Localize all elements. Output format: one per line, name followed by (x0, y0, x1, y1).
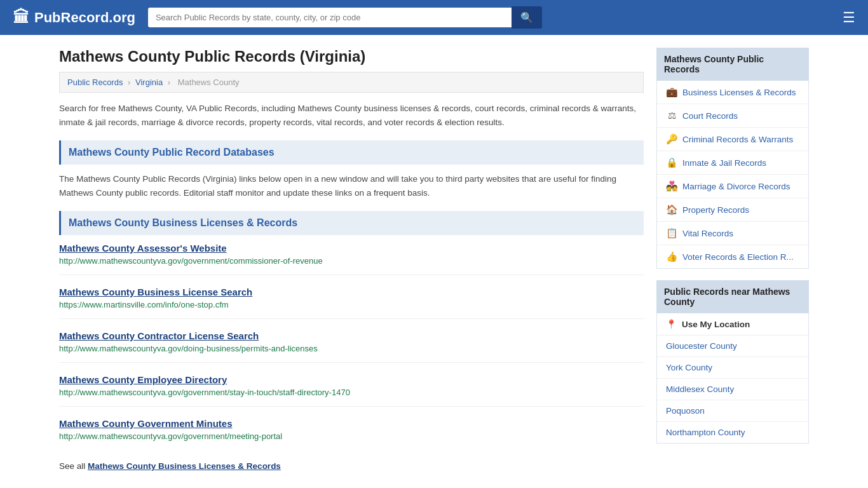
record-url-4[interactable]: http://www.mathewscountyva.gov/governmen… (59, 431, 282, 441)
sidebar-nav-label-2: Criminal Records & Warrants (682, 135, 793, 144)
record-url-3[interactable]: http://www.mathewscountyva.gov/governmen… (59, 388, 350, 397)
building-icon: 🏛 (13, 8, 29, 27)
record-title-3[interactable]: Mathews County Employee Directory (59, 374, 644, 385)
main-content: Mathews County Public Records (Virginia)… (59, 48, 644, 471)
record-title-4[interactable]: Mathews County Government Minutes (59, 418, 644, 429)
page-title: Mathews County Public Records (Virginia) (59, 48, 644, 65)
record-entry: Mathews County Employee Directory http:/… (59, 374, 644, 407)
search-button[interactable]: 🔍 (512, 6, 542, 29)
sidebar-nav-label-5: Property Records (682, 205, 749, 215)
breadcrumb: Public Records › Virginia › Mathews Coun… (59, 72, 644, 93)
sidebar-nav-label-4: Marriage & Divorce Records (682, 182, 790, 191)
record-title-2[interactable]: Mathews County Contractor License Search (59, 330, 644, 341)
nearby-label-4: Poquoson (666, 406, 705, 416)
sidebar-nav-item-4[interactable]: 💑Marriage & Divorce Records (657, 175, 808, 198)
databases-heading: Mathews County Public Record Databases (59, 140, 644, 165)
nearby-label-3: Middlesex County (666, 384, 734, 394)
nearby-nav-item-3[interactable]: Middlesex County (657, 379, 808, 400)
sidebar-nav-item-1[interactable]: ⚖Court Records (657, 104, 808, 128)
record-title-0[interactable]: Mathews County Assessor's Website (59, 243, 644, 254)
page-description: Search for free Mathews County, VA Publi… (59, 102, 644, 129)
nearby-nav-item-2[interactable]: York County (657, 357, 808, 379)
breadcrumb-virginia[interactable]: Virginia (135, 78, 163, 87)
record-entry: Mathews County Contractor License Search… (59, 330, 644, 363)
breadcrumb-public-records[interactable]: Public Records (67, 78, 123, 87)
nearby-nav: 📍Use My LocationGloucester CountyYork Co… (656, 313, 809, 444)
sidebar-section-title: Mathews County Public Records (656, 48, 809, 81)
sidebar-nav-icon-4: 💑 (666, 180, 677, 192)
sidebar: Mathews County Public Records 💼Business … (656, 48, 809, 471)
sidebar-nav-item-2[interactable]: 🔑Criminal Records & Warrants (657, 128, 808, 151)
nearby-nav-item-4[interactable]: Poquoson (657, 400, 808, 422)
record-title-1[interactable]: Mathews County Business License Search (59, 287, 644, 297)
nearby-label-1: Gloucester County (666, 341, 737, 351)
location-icon: 📍 (666, 319, 677, 329)
sidebar-nav-item-3[interactable]: 🔒Inmate & Jail Records (657, 151, 808, 175)
nearby-label-2: York County (666, 363, 712, 372)
record-url-1[interactable]: https://www.martinsville.com/info/one-st… (59, 300, 229, 309)
sidebar-nav-icon-2: 🔑 (666, 133, 677, 145)
sidebar-nav-icon-1: ⚖ (666, 110, 677, 121)
sidebar-nav-item-0[interactable]: 💼Business Licenses & Records (657, 81, 808, 104)
sidebar-nav: 💼Business Licenses & Records⚖Court Recor… (656, 81, 809, 269)
sidebar-nav-icon-6: 📋 (666, 227, 677, 239)
sidebar-nav-label-3: Inmate & Jail Records (682, 158, 766, 168)
sidebar-nav-label-0: Business Licenses & Records (682, 88, 796, 97)
sidebar-nav-label-6: Vital Records (682, 229, 733, 238)
sidebar-nav-item-6[interactable]: 📋Vital Records (657, 222, 808, 245)
page-container: Mathews County Public Records (Virginia)… (46, 35, 822, 484)
sidebar-nav-icon-3: 🔒 (666, 157, 677, 168)
sidebar-nav-item-7[interactable]: 👍Voter Records & Election R... (657, 245, 808, 268)
nearby-nav-item-5[interactable]: Northampton County (657, 422, 808, 443)
record-url-0[interactable]: http://www.mathewscountyva.gov/governmen… (59, 256, 323, 266)
site-logo[interactable]: 🏛 PubRecord.org (13, 8, 135, 27)
nearby-label-5: Northampton County (666, 428, 745, 437)
sidebar-nav-item-5[interactable]: 🏠Property Records (657, 198, 808, 222)
search-input[interactable] (148, 8, 512, 27)
logo-text: PubRecord.org (34, 10, 135, 26)
hamburger-menu-button[interactable]: ☰ (843, 10, 855, 26)
breadcrumb-current: Mathews County (178, 78, 240, 87)
record-entry: Mathews County Government Minutes http:/… (59, 418, 644, 450)
search-bar: 🔍 (148, 6, 542, 29)
breadcrumb-sep-2: › (168, 78, 173, 87)
site-header: 🏛 PubRecord.org 🔍 ☰ (0, 0, 868, 35)
nearby-nav-item-0[interactable]: 📍Use My Location (657, 313, 808, 336)
breadcrumb-sep-1: › (128, 78, 133, 87)
see-all-link[interactable]: Mathews County Business Licenses & Recor… (88, 461, 281, 471)
record-entry: Mathews County Assessor's Website http:/… (59, 243, 644, 275)
sidebar-nav-icon-5: 🏠 (666, 204, 677, 215)
sidebar-nav-label-1: Court Records (682, 111, 738, 121)
databases-description: The Mathews County Public Records (Virgi… (59, 172, 644, 200)
sidebar-nav-label-7: Voter Records & Election R... (682, 252, 794, 262)
nearby-nav-item-1[interactable]: Gloucester County (657, 336, 808, 357)
see-all-text: See all Mathews County Business Licenses… (59, 461, 644, 471)
business-section-heading: Mathews County Business Licenses & Recor… (59, 211, 644, 235)
record-entry: Mathews County Business License Search h… (59, 287, 644, 319)
sidebar-nav-icon-7: 👍 (666, 251, 677, 262)
nearby-section-title: Public Records near Mathews County (656, 280, 809, 313)
record-url-2[interactable]: http://www.mathewscountyva.gov/doing-bus… (59, 344, 318, 353)
nearby-label-0: Use My Location (682, 320, 750, 329)
sidebar-nav-icon-0: 💼 (666, 86, 677, 98)
